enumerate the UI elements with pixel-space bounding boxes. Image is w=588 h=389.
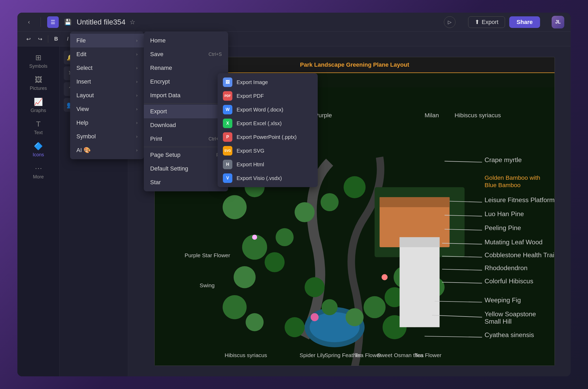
symbols-label: Symbols xyxy=(29,64,47,69)
icons-label: Icons xyxy=(33,152,44,158)
submenu-defaultsetting[interactable]: Default Setting xyxy=(144,162,228,176)
svg-text:Weeping Fig: Weeping Fig xyxy=(484,296,521,304)
menu-item-help[interactable]: Help › xyxy=(70,116,144,130)
rename-label: Rename xyxy=(150,65,172,71)
menu-item-file[interactable]: File › xyxy=(70,34,144,47)
export-ppt[interactable]: P Export PowerPoint (.pptx) xyxy=(218,130,318,144)
svg-point-17 xyxy=(285,317,305,337)
export-ppt-label: Export PowerPoint (.pptx) xyxy=(237,134,297,140)
svg-text:Tea Flower: Tea Flower xyxy=(415,352,442,358)
bold-button[interactable]: B xyxy=(51,34,61,44)
svg-text:Milan: Milan xyxy=(425,112,439,119)
submenu-encrypt[interactable]: Encrypt xyxy=(144,75,228,89)
pagesetup-label: Page Setup xyxy=(150,152,180,158)
submenu-print[interactable]: Print Ctrl+P xyxy=(144,132,228,146)
defaultsetting-label: Default Setting xyxy=(150,165,188,172)
redo-button[interactable]: ↪ xyxy=(35,34,45,44)
export-svg-label: Export SVG xyxy=(237,148,264,154)
toolbar-divider-1 xyxy=(48,35,48,43)
submenu-download[interactable]: Download xyxy=(144,118,228,132)
app-window: ‹ ☰ 💾 Untitled file354 ☆ ▷ ⬆ Export Shar… xyxy=(17,13,571,376)
sidebar-item-text[interactable]: T Text xyxy=(23,117,54,138)
submenu-pagesetup[interactable]: Page Setup F6 xyxy=(144,148,228,162)
export-excel[interactable]: X Export Excel (.xlsx) xyxy=(218,116,318,130)
sidebar-item-pictures[interactable]: 🖼 Pictures xyxy=(23,73,54,94)
export-visio-label: Export Visio (.vsdx) xyxy=(237,175,282,181)
menu-item-view[interactable]: View › xyxy=(70,102,144,116)
submenu-export[interactable]: Export › xyxy=(144,105,228,118)
submenu-rename[interactable]: Rename xyxy=(144,61,228,75)
submenu-star[interactable]: Star xyxy=(144,176,228,189)
symbol-arrow: › xyxy=(136,134,138,139)
svg-point-31 xyxy=(252,235,257,240)
download-label: Download xyxy=(150,122,176,129)
export-word-label: Export Word (.docx) xyxy=(237,107,283,113)
home-label: Home xyxy=(150,37,166,44)
submenu-save[interactable]: Save Ctrl+S xyxy=(144,47,228,61)
export-button[interactable]: ⬆ Export xyxy=(468,16,505,28)
file-arrow: › xyxy=(136,38,138,43)
export-image-icon: 🖼 xyxy=(223,77,232,87)
menu-item-layout[interactable]: Layout › xyxy=(70,89,144,102)
export-image[interactable]: 🖼 Export Image xyxy=(218,75,318,89)
share-button[interactable]: Share xyxy=(509,16,540,28)
menu-button[interactable]: ☰ xyxy=(47,16,59,28)
play-button[interactable]: ▷ xyxy=(444,16,455,28)
submenu-divider-1 xyxy=(144,103,228,104)
export-svg-icon: SVG xyxy=(223,146,232,155)
export-label: Export xyxy=(150,108,167,115)
sidebar-item-icons[interactable]: 🔷 Icons xyxy=(23,139,54,160)
file-title: Untitled file354 xyxy=(77,18,125,26)
svg-text:Cyathea sinensis: Cyathea sinensis xyxy=(484,331,534,338)
menu-item-symbol[interactable]: Symbol › xyxy=(70,130,144,143)
undo-button[interactable]: ↩ xyxy=(24,34,33,44)
svg-text:Hibiscus syriacus: Hibiscus syriacus xyxy=(225,352,267,358)
export-html[interactable]: H Export Html xyxy=(218,158,318,171)
layout-label: Layout xyxy=(76,92,94,99)
menu-item-ai[interactable]: AI 🎨 › xyxy=(70,143,144,157)
svg-point-29 xyxy=(311,313,318,321)
sidebar-item-symbols[interactable]: ⊞ Symbols xyxy=(23,51,54,72)
svg-text:Colorful Hibiscus: Colorful Hibiscus xyxy=(484,278,533,285)
view-arrow: › xyxy=(136,107,138,111)
star-icon[interactable]: ☆ xyxy=(130,18,135,26)
symbol-label: Symbol xyxy=(76,133,96,140)
export-pdf[interactable]: PDF Export PDF xyxy=(218,89,318,103)
svg-point-12 xyxy=(346,308,364,326)
menu-item-select[interactable]: Select › xyxy=(70,61,144,75)
text-icon: T xyxy=(36,120,41,128)
svg-text:Purple Star Flower: Purple Star Flower xyxy=(185,252,230,258)
svg-point-9 xyxy=(276,228,293,246)
ai-arrow: › xyxy=(136,148,138,153)
icons-icon: 🔷 xyxy=(34,142,43,150)
svg-rect-33 xyxy=(400,237,440,327)
left-sidebar: ⊞ Symbols 🖼 Pictures 📈 Graphs T Text 🔷 I… xyxy=(17,46,60,376)
svg-point-10 xyxy=(305,277,325,297)
svg-rect-34 xyxy=(400,237,440,247)
svg-text:Leisure Fitness Platform: Leisure Fitness Platform xyxy=(484,196,555,203)
svg-point-15 xyxy=(223,295,247,319)
submenu-importdata[interactable]: Import Data xyxy=(144,89,228,102)
menu-item-insert[interactable]: Insert › xyxy=(70,75,144,89)
export-svg[interactable]: SVG Export SVG xyxy=(218,144,318,158)
back-button[interactable]: ‹ xyxy=(24,17,34,27)
help-label: Help xyxy=(76,119,88,126)
submenu-home[interactable]: Home xyxy=(144,34,228,47)
importdata-label: Import Data xyxy=(150,92,180,99)
edit-arrow: › xyxy=(136,52,138,57)
export-icon: ⬆ xyxy=(475,19,479,26)
export-word-icon: W xyxy=(223,105,232,114)
pictures-label: Pictures xyxy=(30,86,47,91)
text-label: Text xyxy=(34,130,43,135)
sidebar-item-graphs[interactable]: 📈 Graphs xyxy=(23,95,54,116)
export-image-label: Export Image xyxy=(237,79,268,85)
export-word[interactable]: W Export Word (.docx) xyxy=(218,103,318,116)
sidebar-item-more[interactable]: ⋯ More xyxy=(23,161,54,182)
help-arrow: › xyxy=(136,120,138,125)
svg-point-24 xyxy=(321,193,339,211)
svg-text:Cobblestone Health Trail: Cobblestone Health Trail xyxy=(484,251,555,259)
title-bar: ‹ ☰ 💾 Untitled file354 ☆ ▷ ⬆ Export Shar… xyxy=(17,13,571,32)
menu-item-edit[interactable]: Edit › xyxy=(70,47,144,61)
avatar-button[interactable]: JL xyxy=(552,16,564,28)
export-visio[interactable]: V Export Visio (.vsdx) xyxy=(218,171,318,185)
